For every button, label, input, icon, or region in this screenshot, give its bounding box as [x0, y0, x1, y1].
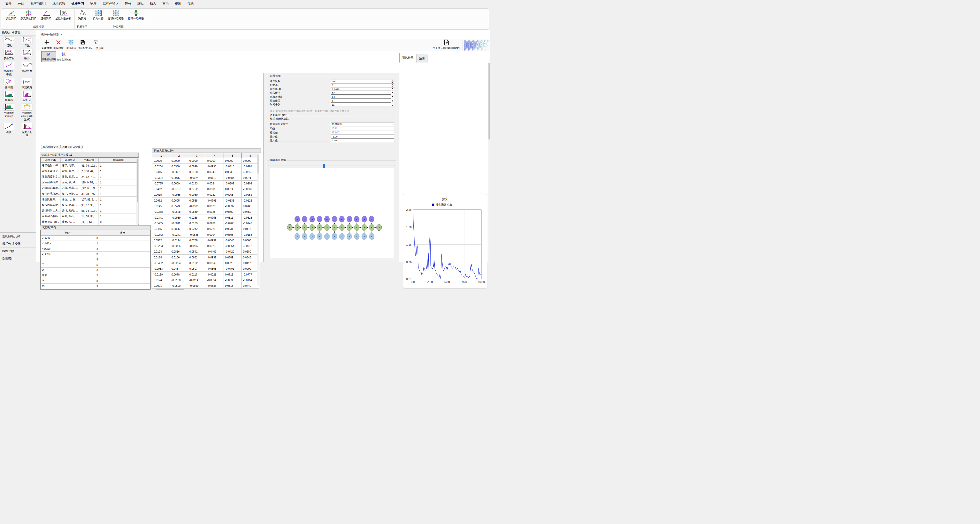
- sidebar-item-平面图形的面积[interactable]: 平面图形的面积: [1, 103, 17, 121]
- table-row[interactable]: 非常喜欢这个...非常, 喜欢, ...[7, 130, 44, ...1: [41, 168, 138, 174]
- table-row[interactable]: 设计时尚大方...设计, 时尚, ...[53, 94, 123...1: [41, 208, 138, 214]
- ribbon-button-决策树[interactable]: 决策树: [76, 9, 88, 21]
- table-row[interactable]: 0.00000.00000.00000.00000.00000.0000: [152, 158, 259, 164]
- spinner-buttons[interactable]: ▲▼: [391, 80, 394, 83]
- menu-item-机器学习[interactable]: 机器学习: [68, 0, 87, 8]
- table-row[interactable]: 0.0015-0.09350.00500.00220.0965-0.0952: [152, 192, 259, 198]
- add-training-text-button[interactable]: 添加训练文本: [41, 144, 61, 149]
- ribbon-button-线性判别分析[interactable]: 线性判别分析: [55, 9, 72, 21]
- toolbar-button-新建模型[interactable]: 新建模型: [41, 40, 52, 50]
- table-row[interactable]: 操作简单方便...操作, 简单, ...[99, 67, 96, ...1: [41, 202, 138, 208]
- spin-down-icon[interactable]: ▼: [391, 105, 394, 106]
- spinner-buttons[interactable]: ▲▼: [391, 99, 394, 102]
- menu-item-插入[interactable]: 插入: [147, 0, 159, 8]
- table-row[interactable]: -0.02640.03600.0899-0.0993-0.0415-0.0981: [152, 164, 259, 169]
- menu-item-线性代数[interactable]: 线性代数: [50, 0, 68, 8]
- menu-item-开始[interactable]: 开始: [15, 0, 27, 8]
- spin-up-icon[interactable]: ▲: [391, 87, 394, 89]
- ribbon-button-多元线性回归[interactable]: 多元线性回归: [20, 9, 37, 21]
- table-row[interactable]: -0.0465-0.08110.01390.0286-0.0765-0.0143: [152, 221, 259, 226]
- table-row[interactable]: <UNK>1: [41, 241, 150, 246]
- column-header-训练文本[interactable]: 训练文本: [41, 158, 60, 163]
- mean-field[interactable]: 均值: [331, 127, 394, 130]
- document-tab-rnn[interactable]: 循环神经网络 ✕: [41, 30, 63, 39]
- menu-item-编辑[interactable]: 编辑: [135, 0, 146, 8]
- sidebar-item-微分[interactable]: f′(x)dx微分: [19, 49, 35, 60]
- sidebar-item-泰勒级数[interactable]: 泰勒级数: [19, 62, 35, 76]
- menu-item-概率与统计[interactable]: 概率与统计: [27, 0, 49, 8]
- sidebar-section-空间解析几何[interactable]: 空间解析几何: [0, 232, 36, 240]
- spin-up-icon[interactable]: ▲: [391, 95, 394, 97]
- spin-down-icon[interactable]: ▼: [391, 89, 394, 91]
- table-row[interactable]: 0.01640.01860.0662-0.09310.05890.0543: [152, 255, 259, 260]
- table-row[interactable]: -0.0341-0.09590.0258-0.07550.0311-0.0528: [152, 215, 259, 221]
- spin-down-icon[interactable]: ▼: [391, 97, 394, 99]
- table-row[interactable]: ，4: [41, 257, 150, 262]
- spin-up-icon[interactable]: ▲: [391, 91, 394, 93]
- menu-item-文件[interactable]: 文件: [3, 0, 14, 8]
- table-row[interactable]: <PAD>0: [41, 235, 150, 241]
- spin-up-icon[interactable]: ▲: [391, 99, 394, 101]
- menu-item-布局[interactable]: 布局: [159, 0, 172, 8]
- close-icon[interactable]: ✕: [60, 33, 62, 36]
- build-embedding-button[interactable]: 构建词嵌入矩阵: [60, 144, 83, 149]
- table-row[interactable]: 性价比很高, ...性价, 比, 很...[107, 85, 6, ...1: [41, 197, 138, 202]
- sidebar-section-微积分-多变量[interactable]: 微积分-多变量: [0, 240, 36, 247]
- ribbon-button-逻辑回归[interactable]: 逻辑回归: [40, 9, 52, 21]
- spinner-buttons[interactable]: ▲▼: [391, 103, 394, 106]
- option-input-隐藏层维度[interactable]: 64▲▼: [331, 95, 394, 99]
- table-row[interactable]: 0.04850.08050.02420.02210.03310.0173: [152, 226, 259, 232]
- column-header-3[interactable]: 3: [188, 153, 206, 158]
- spin-up-icon[interactable]: ▲: [391, 103, 394, 105]
- option-input-输入维度[interactable]: 32▲▼: [331, 91, 394, 95]
- max-field[interactable]: 1.00: [331, 139, 394, 142]
- spin-down-icon[interactable]: ▼: [391, 93, 394, 95]
- sidebar-item-拉格朗日中值[interactable]: AB拉格朗日中值: [1, 62, 17, 76]
- menu-item-物理[interactable]: 物理: [88, 0, 100, 8]
- weight-init-algo-combobox[interactable]: 均匀分布 ▼: [331, 122, 394, 126]
- sidebar-item-导数[interactable]: dy/dx导数: [19, 36, 35, 47]
- slider-thumb[interactable]: [323, 164, 325, 168]
- std-field[interactable]: 标准差: [331, 131, 394, 135]
- option-input-批大小[interactable]: 1▲▼: [331, 83, 394, 87]
- results-tab-预测[interactable]: 预测: [416, 54, 428, 62]
- table-row[interactable]: 0.0462-0.07970.07520.05010.0314-0.0239: [152, 186, 259, 192]
- table-row[interactable]: 0.09620.06050.0538-0.0793-0.0835-0.0123: [152, 198, 259, 203]
- toolbar-button-保存配置[interactable]: 保存配置: [78, 40, 88, 50]
- column-header-词语[interactable]: 词语: [41, 230, 95, 235]
- ribbon-button-线性回归[interactable]: 线性回归: [5, 9, 17, 21]
- min-field[interactable]: -1.00: [331, 135, 394, 138]
- ribbon-button-循环神经网络[interactable]: ox循环神经网络: [127, 9, 145, 21]
- spin-down-icon[interactable]: ▼: [391, 86, 394, 87]
- sidebar-item-黎曼和[interactable]: 黎曼和: [1, 91, 17, 102]
- table-row[interactable]: 完美的购物体...完美, 的, 购...[119, 9, 51, ...1: [41, 180, 138, 186]
- spin-down-icon[interactable]: ▼: [391, 101, 394, 103]
- about-rnn-button[interactable]: 关于循环神经网络(RNN): [433, 40, 460, 50]
- sidebar-item-平面图形的面积(极坐标)[interactable]: 平面图形的面积(极坐标): [19, 103, 35, 121]
- sidebar-item-不定积分[interactable]: ∫f(x)dx不定积分: [19, 78, 35, 89]
- toolbar-button-开始训练[interactable]: 开始训练: [66, 40, 76, 50]
- table-row[interactable]: -0.03040.0975-0.0924-0.0110-0.08840.0041: [152, 175, 259, 181]
- table-row[interactable]: -0.0233-0.0035-0.04070.0925-0.0554-0.091…: [152, 243, 259, 249]
- column-header-1[interactable]: 1: [152, 153, 170, 158]
- column-header-文本索引[interactable]: 文本索引: [80, 158, 99, 163]
- sidebar-item-曲率圆[interactable]: 曲率圆: [1, 78, 17, 89]
- ribbon-button-卷积神经网络[interactable]: 卷积神经网络: [107, 9, 124, 21]
- column-header-分词结果[interactable]: 分词结果: [60, 158, 80, 163]
- table-row[interactable]: 客服耐心解答...客服, 耐心, ...[14, 58, 54, ...1: [41, 214, 138, 219]
- column-header-4[interactable]: 4: [206, 153, 224, 158]
- table-row[interactable]: -0.0242-0.0241-0.08380.00040.0605-0.0188: [152, 232, 259, 238]
- table-row[interactable]: 这部电影太棒...这部, 电影, ...[43, 74, 122...1: [41, 163, 138, 168]
- column-header-6[interactable]: 6: [242, 153, 259, 158]
- menu-item-符号[interactable]: 符号: [122, 0, 134, 8]
- sidebar-section-线性代数[interactable]: 线性代数: [0, 247, 36, 255]
- sidebar-item-参数方程[interactable]: 参数方程: [1, 49, 17, 60]
- sidebar-item-相关变化率[interactable]: 相关变化率: [19, 123, 35, 137]
- table-row[interactable]: 服务态度非常...服务, 态度, ...[24, 12, 7, ...1: [41, 174, 138, 179]
- embedding-vscrollbar[interactable]: [257, 154, 259, 262]
- column-header-2[interactable]: 2: [170, 153, 188, 158]
- spin-up-icon[interactable]: ▲: [391, 84, 394, 86]
- table-row[interactable]: -0.0368-0.06280.08390.01280.06990.0450: [152, 209, 259, 215]
- table-row[interactable]: 内容精彩有趣...内容, 精彩, ...[142, 66, 89...1: [41, 186, 138, 191]
- results-scrollbar[interactable]: [488, 62, 490, 262]
